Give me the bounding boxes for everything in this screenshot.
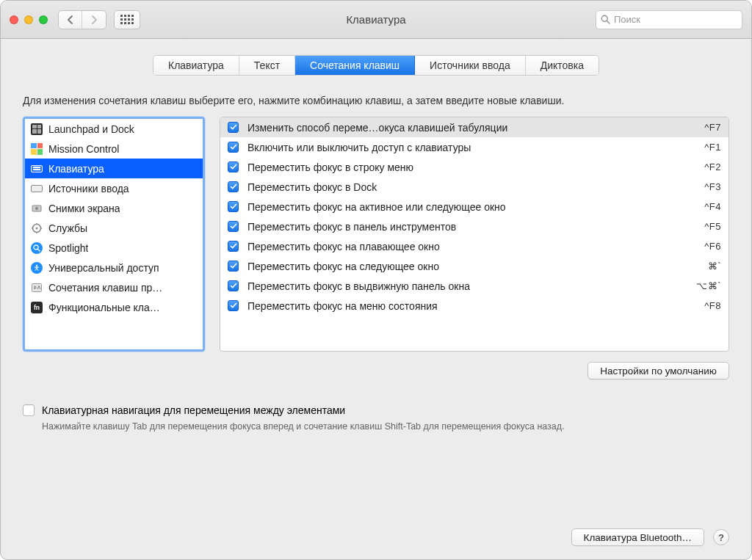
category-item[interactable]: fnФункциональные кла… [25,297,203,317]
window-controls [10,15,48,24]
svg-line-11 [37,249,40,251]
shortcut-checkbox[interactable] [228,122,239,133]
shortcut-key: ^F5 [704,221,721,232]
defaults-row: Настройки по умолчанию [23,362,729,379]
category-item[interactable]: Launchpad и Dock [25,119,203,139]
shortcut-row[interactable]: Включить или выключить доступ с клавиату… [220,137,728,157]
chevron-left-icon [67,15,74,24]
shortcut-row[interactable]: Изменить способ переме…окуса клавишей та… [220,117,728,137]
keyboard-navigation-checkbox[interactable] [23,404,35,416]
back-button[interactable] [59,11,82,29]
tab-bar: КлавиатураТекстСочетания клавишИсточники… [153,55,599,76]
spotlight-icon [31,242,43,254]
launchpad-icon [31,123,43,135]
category-label: Клавиатура [48,163,104,175]
shortcut-checkbox[interactable] [228,142,239,153]
shortcut-label: Включить или выключить доступ с клавиату… [247,142,695,153]
screenshot-icon [31,203,43,214]
shortcut-key: ⌘` [708,261,721,272]
category-item[interactable]: Универсальный доступ [25,258,203,277]
shortcut-key: ^F4 [704,201,721,212]
shortcut-key: ^F3 [704,181,721,192]
category-item[interactable]: Сочетания клавиш пр… [25,277,203,297]
category-label: Универсальный доступ [48,262,159,274]
category-list[interactable]: Launchpad и DockMission ControlКлавиатур… [23,117,205,352]
shortcut-key: ^F6 [704,241,721,252]
shortcut-row[interactable]: Переместить фокус в Dock^F3 [220,177,728,197]
shortcut-row[interactable]: Переместить фокус на меню состояния^F8 [220,296,728,316]
category-label: Launchpad и Dock [48,123,134,135]
shortcut-checkbox[interactable] [228,161,239,172]
category-label: Spotlight [48,242,88,254]
shortcut-label: Переместить фокус в выдвижную панель окн… [247,280,687,292]
svg-line-1 [607,21,610,24]
shortcut-row[interactable]: Переместить фокус в выдвижную панель окн… [220,276,728,296]
show-all-button[interactable] [114,10,140,29]
shortcut-list[interactable]: Изменить способ переме…окуса клавишей та… [220,117,729,352]
shortcut-label: Изменить способ переме…окуса клавишей та… [247,122,695,134]
shortcut-key: ^F7 [704,122,721,133]
input-icon [31,183,43,194]
shortcut-checkbox[interactable] [228,280,239,291]
tab-2[interactable]: Сочетания клавиш [295,56,415,75]
minimize-window-button[interactable] [24,15,33,24]
keyboard-navigation-option: Клавиатурная навигация для перемещения м… [23,404,729,416]
category-item[interactable]: Источники ввода [25,178,203,198]
fn-icon: fn [31,302,43,313]
category-label: Службы [48,222,87,234]
shortcut-checkbox[interactable] [228,181,239,192]
nav-buttons [58,10,106,29]
appshort-icon [31,282,43,294]
shortcut-label: Переместить фокус на активное или следую… [247,201,695,213]
keyboard-navigation-label: Клавиатурная навигация для перемещения м… [42,404,345,416]
category-item[interactable]: Клавиатура [25,159,203,178]
shortcut-checkbox[interactable] [228,201,239,212]
category-label: Источники ввода [48,183,129,194]
svg-point-3 [35,207,38,210]
shortcut-row[interactable]: Переместить фокус на активное или следую… [220,197,728,217]
tab-0[interactable]: Клавиатура [153,56,239,75]
shortcut-row[interactable]: Переместить фокус в панель инструментов^… [220,217,728,236]
shortcut-row[interactable]: Переместить фокус на плавающее окно^F6 [220,236,728,256]
svg-point-12 [36,265,37,266]
shortcut-key: ^F2 [704,161,721,172]
search-input[interactable] [614,14,737,25]
category-item[interactable]: Снимки экрана [25,198,203,218]
shortcut-key: ⌥⌘` [696,280,721,291]
category-item[interactable]: Службы [25,218,203,238]
zoom-window-button[interactable] [39,15,48,24]
shortcut-checkbox[interactable] [228,300,239,311]
shortcut-row[interactable]: Переместить фокус в строку меню^F2 [220,157,728,177]
chevron-right-icon [90,15,98,24]
shortcut-checkbox[interactable] [228,221,239,232]
keyboard-navigation-hint: Нажимайте клавишу Tab для перемещения фо… [42,421,729,434]
shortcut-label: Переместить фокус на меню состояния [247,300,695,312]
shortcut-label: Переместить фокус на следующее окно [247,261,699,272]
restore-defaults-label: Настройки по умолчанию [600,366,717,377]
category-item[interactable]: Mission Control [25,139,203,159]
help-button[interactable]: ? [713,529,729,545]
forward-button[interactable] [82,11,106,29]
close-window-button[interactable] [10,15,18,24]
titlebar: Клавиатура [1,1,751,39]
tab-4[interactable]: Диктовка [526,56,599,75]
category-label: Функциональные кла… [48,302,160,313]
mission-icon [31,143,43,155]
help-icon: ? [718,532,724,543]
search-field[interactable] [596,10,742,29]
shortcut-label: Переместить фокус в строку меню [247,161,695,173]
shortcut-checkbox[interactable] [228,241,239,252]
tab-1[interactable]: Текст [239,56,295,75]
grid-icon [120,15,134,24]
shortcut-label: Переместить фокус в Dock [247,181,695,193]
bluetooth-keyboard-button[interactable]: Клавиатура Bluetooth… [571,528,704,546]
content-area: КлавиатураТекстСочетания клавишИсточники… [1,39,751,559]
shortcut-row[interactable]: Переместить фокус на следующее окно⌘` [220,256,728,276]
tab-3[interactable]: Источники ввода [415,56,526,75]
services-icon [31,222,43,234]
shortcut-checkbox[interactable] [228,261,239,272]
keyboard-icon [31,163,43,175]
restore-defaults-button[interactable]: Настройки по умолчанию [588,362,729,379]
svg-point-5 [36,227,38,229]
category-item[interactable]: Spotlight [25,238,203,258]
